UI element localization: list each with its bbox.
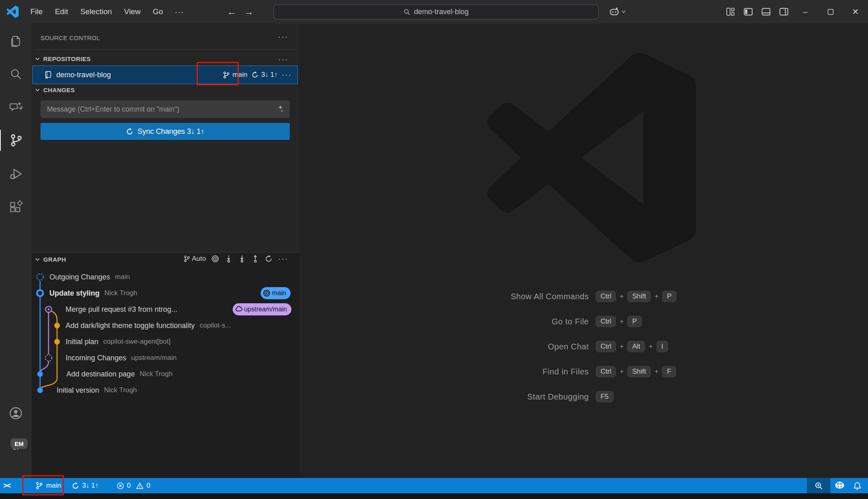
search-value: demo-travel-blog (414, 8, 469, 16)
graph-row-update-styling[interactable]: Update styling Nick Trogh main (32, 285, 299, 301)
commit-ref: upstream/main (131, 354, 176, 362)
graph-auto-label: Auto (192, 255, 206, 263)
title-bar: File Edit Selection View Go ··· ← → demo… (0, 0, 868, 23)
graph-row-add-destination-page[interactable]: Add destination page Nick Trogh (32, 366, 299, 382)
graph-target-icon[interactable] (211, 255, 219, 263)
statusbar-sync-button[interactable]: 3↓ 1↑ (68, 478, 103, 493)
sync-changes-button[interactable]: Sync Changes 3↓ 1↑ (40, 123, 290, 140)
commit-author: Nick Trogh (104, 289, 137, 297)
sidebar-right-icon (779, 7, 789, 17)
plus-separator: + (654, 292, 658, 300)
graph-section-header[interactable]: GRAPH (35, 256, 66, 263)
toggle-secondary-sidebar-button[interactable] (775, 0, 793, 23)
keycap: P (627, 316, 641, 327)
sidebar-left-icon (743, 7, 753, 17)
keycap: F5 (596, 391, 613, 402)
graph-row-outgoing-changes[interactable]: Outgoing Changes main (32, 269, 299, 285)
graph-row-merge-pull-request[interactable]: Merge pull request #3 from ntrog... upst… (32, 301, 299, 317)
notifications-bell-button[interactable] (849, 478, 868, 493)
toggle-primary-sidebar-button[interactable] (739, 0, 757, 23)
nav-back-icon[interactable]: ← (227, 6, 237, 17)
copilot-status-button[interactable] (830, 478, 849, 493)
plus-separator: + (620, 343, 624, 351)
error-count: 0 (127, 482, 131, 490)
minimize-button[interactable]: – (793, 0, 818, 23)
graph-row-theme-toggle[interactable]: Add dark/light theme toggle functionalit… (32, 317, 299, 334)
refresh-icon[interactable] (265, 255, 273, 263)
remote-indicator-button[interactable]: >< (0, 478, 16, 493)
graph-more-actions-icon[interactable]: ··· (278, 254, 288, 263)
warning-icon (136, 482, 144, 490)
activity-chat-button[interactable] (0, 97, 32, 118)
menu-selection[interactable]: Selection (74, 0, 118, 23)
extensions-icon (9, 200, 23, 214)
run-debug-icon (8, 167, 23, 181)
commit-ref: main (115, 273, 130, 281)
editor-area: Show All Commands Ctrl + Shift + P Go to… (299, 23, 868, 478)
menu-file[interactable]: File (24, 0, 49, 23)
sync-icon (72, 482, 79, 490)
sync-icon (126, 128, 134, 135)
keycap: Ctrl (596, 366, 616, 377)
zoom-in-icon (815, 482, 823, 490)
chevron-down-icon (35, 257, 40, 262)
problems-button[interactable]: 0 0 (112, 478, 155, 493)
graph-repo-picker-button[interactable]: Auto (183, 255, 206, 263)
branch-badge-main[interactable]: main (261, 287, 291, 299)
checkout-branch-button[interactable]: main (223, 71, 248, 79)
maximize-button[interactable] (818, 0, 843, 23)
repo-sync-button[interactable]: 3↓ 1↑ (251, 71, 278, 79)
commit-author: copilot-swe-agent[bot] (103, 338, 170, 346)
menu-view[interactable]: View (118, 0, 147, 23)
push-icon[interactable] (251, 255, 259, 263)
keycap: I (656, 341, 668, 352)
graph-section: GRAPH Auto (32, 252, 299, 478)
command-center-search[interactable]: demo-travel-blog (274, 4, 598, 19)
repository-more-actions-icon[interactable]: ··· (282, 70, 292, 79)
target-icon (263, 289, 271, 297)
generate-commit-message-sparkle-icon[interactable] (274, 104, 284, 114)
keycap: Alt (627, 341, 645, 352)
vscode-logo-icon (6, 6, 19, 18)
watermark-shortcuts: Show All Commands Ctrl + Shift + P Go to… (403, 284, 677, 409)
badge-label: upstream/main (244, 306, 287, 313)
commit-title: Outgoing Changes (49, 273, 110, 281)
repositories-section-header[interactable]: REPOSITORIES (35, 49, 296, 62)
menu-edit[interactable]: Edit (49, 0, 74, 23)
zoom-indicator-button[interactable] (807, 478, 830, 493)
accounts-button[interactable] (0, 403, 32, 424)
settings-profile-badge: EM (11, 438, 28, 449)
status-bar: >< main 3↓ 1↑ 0 (0, 478, 868, 493)
branch-badge-upstream-main[interactable]: upstream/main (233, 303, 291, 315)
graph-row-initial-plan[interactable]: Initial plan copilot-swe-agent[bot] (32, 334, 299, 350)
statusbar-branch-button[interactable]: main (31, 478, 65, 493)
pull-icon[interactable] (238, 255, 246, 263)
copilot-icon (834, 480, 845, 491)
chevron-down-icon (35, 87, 40, 93)
statusbar-branch-label: main (46, 482, 61, 490)
menu-go[interactable]: Go (146, 0, 169, 23)
copilot-menu-button[interactable] (609, 5, 626, 18)
toggle-panel-button[interactable] (757, 0, 775, 23)
menu-overflow-ellipsis-icon[interactable]: ··· (169, 7, 190, 17)
fetch-icon[interactable] (225, 255, 233, 263)
activity-source-control-button[interactable] (0, 130, 32, 151)
graph-row-incoming-changes[interactable]: Incoming Changes upstream/main (32, 350, 299, 366)
commit-message-input[interactable] (40, 100, 290, 118)
customize-layout-button[interactable] (722, 0, 739, 23)
commit-author: copilot-s... (199, 321, 231, 330)
activity-extensions-button[interactable] (0, 197, 32, 218)
graph-row-initial-version[interactable]: Initial version Nick Trogh (32, 382, 299, 398)
repository-row[interactable]: demo-travel-blog main 3↓ (32, 66, 298, 84)
plus-separator: + (620, 368, 624, 376)
source-control-branch-icon (9, 133, 23, 148)
changes-section-header[interactable]: CHANGES (35, 87, 75, 93)
repositories-more-actions-icon[interactable]: ··· (278, 55, 288, 64)
activity-run-debug-button[interactable] (0, 163, 32, 184)
source-control-more-actions-icon[interactable]: ··· (278, 32, 288, 41)
activity-explorer-button[interactable] (0, 31, 32, 52)
commit-title: Add destination page (66, 370, 135, 378)
activity-search-button[interactable] (0, 63, 32, 85)
nav-forward-icon[interactable]: → (244, 6, 254, 17)
close-window-button[interactable]: ✕ (843, 0, 868, 23)
